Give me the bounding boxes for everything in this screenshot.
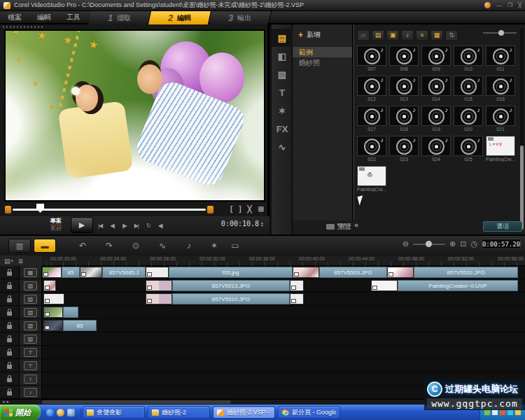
- decoration-icon[interactable]: ✶: [272, 102, 293, 120]
- view-list-button[interactable]: ≡: [416, 30, 428, 41]
- options-button[interactable]: 選項: [483, 221, 522, 232]
- library-item-016[interactable]: ♪016: [486, 76, 515, 102]
- track-lock-icon[interactable]: [7, 272, 12, 276]
- library-item-019[interactable]: ♪019: [421, 106, 451, 132]
- hscroll-thumb[interactable]: [42, 400, 231, 404]
- browse-button[interactable]: 瀏覽: [326, 222, 351, 232]
- tray-icon[interactable]: [515, 410, 521, 415]
- project-mode-toggle[interactable]: 專案: [50, 218, 62, 225]
- transition-icon[interactable]: ◧: [272, 47, 293, 65]
- tray-icon[interactable]: [492, 410, 498, 415]
- minimize-button[interactable]: —: [496, 2, 502, 9]
- library-item-021[interactable]: ♪021: [486, 106, 515, 132]
- track-content[interactable]: [42, 346, 525, 358]
- timeline-timecode[interactable]: 0:00:57.20: [482, 239, 521, 249]
- track-content[interactable]: [42, 332, 525, 345]
- timeline-thumbnail[interactable]: [146, 293, 172, 304]
- timeline-clip[interactable]: 857V5510.JPG: [172, 293, 290, 304]
- storyboard-view-button[interactable]: ▥: [8, 239, 31, 253]
- auto-music-button[interactable]: ♪: [178, 239, 200, 253]
- track-lock-icon[interactable]: [7, 351, 12, 356]
- prev-frame-button[interactable]: ◀|: [110, 223, 114, 229]
- track-manager-button[interactable]: ▤+: [4, 258, 14, 265]
- close-button[interactable]: ╳: [518, 2, 522, 9]
- track-content[interactable]: [42, 306, 525, 318]
- timeline-zoom-slider[interactable]: [413, 244, 445, 245]
- library-item-009[interactable]: ♪009: [421, 46, 451, 71]
- home-button[interactable]: |◀: [98, 223, 102, 229]
- undo-button[interactable]: ↶: [71, 239, 94, 253]
- library-scrollbar[interactable]: [520, 28, 524, 228]
- track-overlay-icon[interactable]: ▧: [24, 335, 37, 344]
- next-frame-button[interactable]: |▶: [122, 223, 126, 229]
- track-lock-icon[interactable]: [7, 285, 12, 289]
- library-item-PaintingCre...[interactable]: ⎙PaintingCre...: [357, 166, 386, 192]
- restore-button[interactable]: ❐: [507, 2, 512, 9]
- track-overlay-icon[interactable]: ▧: [24, 321, 37, 330]
- track-content[interactable]: [42, 359, 525, 372]
- track-lock-icon[interactable]: [7, 391, 12, 396]
- view-grid-button[interactable]: ▦: [430, 30, 443, 41]
- import-folder-button[interactable]: ▱: [357, 30, 370, 41]
- subtitle-button[interactable]: ▭: [224, 239, 246, 253]
- media-icon[interactable]: ▤: [272, 29, 293, 47]
- menu-item-0[interactable]: 檔案: [0, 13, 29, 22]
- scrub-thumb[interactable]: [36, 204, 44, 213]
- taskbar-button-3[interactable]: 新分頁 - Google Chro...: [278, 406, 340, 419]
- library-folder-1[interactable]: 婚紗照: [293, 57, 352, 68]
- timeline-thumbnail[interactable]: [43, 280, 56, 291]
- cut-button[interactable]: ╳: [248, 205, 252, 213]
- timeline-clip[interactable]: PaintingCreator~0.UVP: [398, 280, 518, 291]
- library-item-012[interactable]: ♪012: [357, 76, 386, 102]
- timeline-thumbnail[interactable]: [80, 267, 102, 278]
- timeline-thumbnail[interactable]: [43, 293, 64, 304]
- start-button[interactable]: 開始: [0, 405, 41, 420]
- track-voice-icon[interactable]: ≀: [24, 374, 37, 384]
- thumbnail-size-slider[interactable]: [483, 32, 517, 34]
- timeline-view-button[interactable]: ▬: [34, 239, 56, 253]
- filter-audio-button[interactable]: ♪: [401, 30, 414, 41]
- help-button[interactable]: [484, 2, 491, 8]
- track-lock-icon[interactable]: [7, 325, 12, 329]
- timecode-down-icon[interactable]: ▼: [260, 224, 264, 227]
- track-music-icon[interactable]: ♪: [24, 388, 37, 397]
- library-item-PaintingCre...[interactable]: L♥VEPaintingCre...: [486, 136, 515, 162]
- track-video-icon[interactable]: ▦: [24, 268, 37, 277]
- tray-icon[interactable]: [507, 410, 513, 415]
- library-item-013[interactable]: ♪013: [389, 76, 419, 102]
- sound-mixer-button[interactable]: ∿: [151, 239, 174, 253]
- library-item-015[interactable]: ♪015: [454, 76, 483, 102]
- library-item-014[interactable]: ♪014: [421, 76, 451, 102]
- timeline-clip[interactable]: 857V5513.JPG: [172, 280, 290, 291]
- track-content[interactable]: 85857V5685.Jf05.jpg857V5503.JPG857V5520.…: [42, 266, 525, 279]
- zoom-out-button[interactable]: ⊖: [402, 239, 409, 248]
- timeline-thumbnail[interactable]: [387, 267, 414, 278]
- graphic-icon[interactable]: ▧: [272, 65, 293, 83]
- track-list-button[interactable]: ≣: [18, 258, 24, 265]
- track-title-icon[interactable]: T: [24, 361, 37, 370]
- quick-launch-icon[interactable]: [67, 409, 75, 416]
- step-tab-編輯[interactable]: 2編輯: [148, 11, 211, 24]
- menu-item-1[interactable]: 編輯: [29, 13, 59, 22]
- track-content[interactable]: 857V5510.JPG: [42, 293, 525, 305]
- collapse-panel-button[interactable]: «: [354, 220, 358, 229]
- taskbar-button-1[interactable]: 婚紗照-2: [148, 406, 210, 419]
- timeline-thumbnail[interactable]: [371, 280, 398, 291]
- taskbar-button-2[interactable]: 婚紗照-2.VSP - Corel...: [213, 406, 275, 419]
- quick-launch-icon[interactable]: [46, 409, 54, 416]
- mark-in-button[interactable]: [: [230, 205, 232, 213]
- sort-button[interactable]: ⇅: [445, 30, 458, 41]
- fit-timeline-button[interactable]: ⊡: [460, 239, 466, 248]
- title-icon[interactable]: T: [272, 83, 293, 102]
- zoom-in-button[interactable]: ⊕: [449, 239, 456, 248]
- speed-lapse-button[interactable]: ✶: [203, 239, 225, 253]
- timeline-clip[interactable]: [63, 307, 78, 318]
- filter-photo-button[interactable]: ▣: [386, 30, 399, 41]
- timeline-thumbnail[interactable]: [290, 280, 304, 291]
- scroll-arrows[interactable]: ◂▸: [2, 399, 11, 405]
- timeline-thumbnail[interactable]: [43, 320, 63, 331]
- library-item-022[interactable]: ♪022: [357, 136, 386, 162]
- clip-mode-toggle[interactable]: 素材: [50, 225, 62, 232]
- library-item-023[interactable]: ♪023: [389, 136, 419, 162]
- timeline-clip[interactable]: 85: [62, 267, 80, 278]
